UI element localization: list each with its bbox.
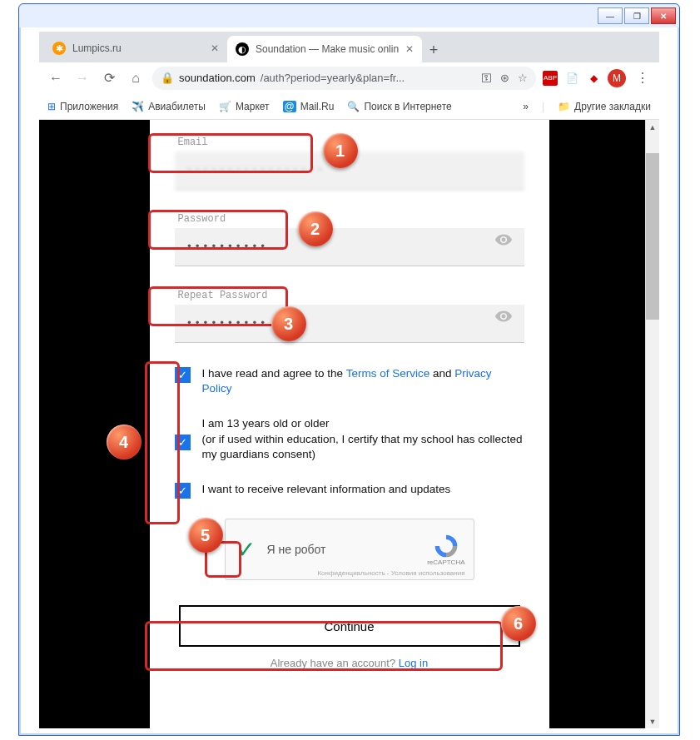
viewport: Email Password Repeat Password ✓ I bbox=[39, 120, 659, 728]
badge-6: 6 bbox=[501, 606, 536, 641]
favicon-lumpics: ✱ bbox=[52, 42, 66, 55]
eye-icon[interactable] bbox=[494, 307, 513, 325]
recaptcha-privacy[interactable]: Конфиденциальность - Условия использован… bbox=[317, 569, 464, 577]
tab-close-icon[interactable]: ✕ bbox=[211, 42, 219, 54]
pdf-icon[interactable]: ◆ bbox=[586, 71, 601, 86]
window-maximize[interactable]: ❐ bbox=[624, 7, 649, 24]
profile-avatar[interactable]: M bbox=[608, 69, 626, 87]
updates-checkbox[interactable]: ✓ bbox=[175, 483, 191, 499]
lock-icon: 🔒 bbox=[161, 72, 174, 84]
updates-text: I want to receive relevant information a… bbox=[202, 482, 451, 499]
scrollbar[interactable]: ▲ ▼ bbox=[645, 120, 659, 728]
star-icon[interactable]: ☆ bbox=[518, 72, 528, 84]
repeat-password-label: Repeat Password bbox=[178, 290, 524, 301]
badge-2: 2 bbox=[298, 211, 333, 246]
scroll-up-icon[interactable]: ▲ bbox=[646, 120, 659, 134]
tos-checkbox[interactable]: ✓ bbox=[175, 367, 191, 383]
bookmarks-overflow[interactable]: » bbox=[523, 101, 529, 112]
bm-search[interactable]: 🔍Поиск в Интернете bbox=[347, 101, 451, 112]
translate-icon[interactable]: ⊛ bbox=[500, 72, 509, 84]
nav-back[interactable]: ← bbox=[46, 68, 66, 88]
apps-shortcut[interactable]: ⊞Приложения bbox=[47, 101, 118, 112]
nav-forward[interactable]: → bbox=[72, 68, 92, 88]
tab-title: Lumpics.ru bbox=[72, 42, 122, 54]
bm-avia[interactable]: ✈️Авиабилеты bbox=[132, 101, 206, 112]
tos-text: I have read and agree to the Terms of Se… bbox=[202, 366, 524, 396]
tos-link[interactable]: Terms of Service bbox=[346, 367, 430, 380]
window-frame: — ❐ ✕ ✱ Lumpics.ru ✕ ◐ Soundation — Make… bbox=[18, 3, 680, 736]
nav-home[interactable]: ⌂ bbox=[126, 68, 146, 88]
extensions: ABP 📄 ◆ M ⋮ bbox=[543, 68, 653, 88]
bookmarks-bar: ⊞Приложения ✈️Авиабилеты 🛒Маркет @Mail.R… bbox=[39, 93, 659, 120]
tab-lumpics[interactable]: ✱ Lumpics.ru ✕ bbox=[44, 35, 227, 62]
bm-mail[interactable]: @Mail.Ru bbox=[283, 101, 335, 112]
chrome-browser: ✱ Lumpics.ru ✕ ◐ Soundation — Make music… bbox=[39, 32, 659, 728]
recaptcha-label: Я не робот bbox=[267, 543, 326, 556]
tab-soundation[interactable]: ◐ Soundation — Make music onlin ✕ bbox=[227, 36, 422, 62]
window-minimize[interactable]: — bbox=[598, 7, 623, 24]
window-close[interactable]: ✕ bbox=[651, 7, 676, 24]
omnibar: ← → ⟳ ⌂ 🔒 soundation.com/auth?period=yea… bbox=[39, 62, 659, 93]
age-checkbox[interactable]: ✓ bbox=[175, 435, 191, 450]
bm-market[interactable]: 🛒Маркет bbox=[219, 101, 270, 112]
badge-5: 5 bbox=[188, 518, 223, 553]
tabstrip: ✱ Lumpics.ru ✕ ◐ Soundation — Make music… bbox=[39, 32, 659, 62]
badge-3: 3 bbox=[271, 306, 306, 341]
key-icon[interactable]: ⚿ bbox=[481, 72, 492, 84]
signup-page: Email Password Repeat Password ✓ I bbox=[150, 120, 549, 728]
favicon-soundation: ◐ bbox=[236, 42, 249, 56]
password-label: Password bbox=[178, 213, 524, 225]
url-bar[interactable]: 🔒 soundation.com/auth?period=yearly&plan… bbox=[152, 67, 536, 90]
new-tab-button[interactable]: + bbox=[422, 38, 445, 62]
scroll-down-icon[interactable]: ▼ bbox=[646, 714, 659, 728]
recaptcha-check-icon: ✓ bbox=[234, 537, 259, 562]
url-path: /auth?period=yearly&plan=fr... bbox=[261, 72, 405, 84]
abp-icon[interactable]: ABP bbox=[543, 71, 558, 86]
eye-icon[interactable] bbox=[494, 231, 513, 249]
age-text: I am 13 years old or older(or if used wi… bbox=[202, 416, 524, 462]
doc-icon[interactable]: 📄 bbox=[564, 71, 579, 86]
url-domain: soundation.com bbox=[179, 72, 256, 84]
repeat-password-field[interactable] bbox=[175, 305, 524, 343]
badge-1: 1 bbox=[323, 133, 358, 168]
continue-button[interactable]: Continue bbox=[179, 605, 520, 647]
login-footer: Already have an account? Log in bbox=[175, 657, 524, 669]
tab-close-icon[interactable]: ✕ bbox=[405, 43, 414, 55]
badge-4: 4 bbox=[107, 425, 141, 459]
chrome-menu[interactable]: ⋮ bbox=[633, 68, 653, 88]
nav-reload[interactable]: ⟳ bbox=[99, 68, 119, 88]
recaptcha-logo: reCAPTCHA bbox=[427, 533, 464, 567]
recaptcha-widget[interactable]: ✓ Я не робот reCAPTCHA Конфиденциальност… bbox=[225, 519, 474, 580]
window-titlebar: — ❐ ✕ bbox=[19, 4, 679, 27]
login-link[interactable]: Log in bbox=[399, 657, 428, 669]
password-field[interactable] bbox=[175, 228, 524, 266]
other-bookmarks[interactable]: 📁Другие закладки bbox=[558, 101, 651, 112]
scroll-thumb[interactable] bbox=[646, 153, 659, 320]
tab-title: Soundation — Make music onlin bbox=[256, 43, 399, 55]
